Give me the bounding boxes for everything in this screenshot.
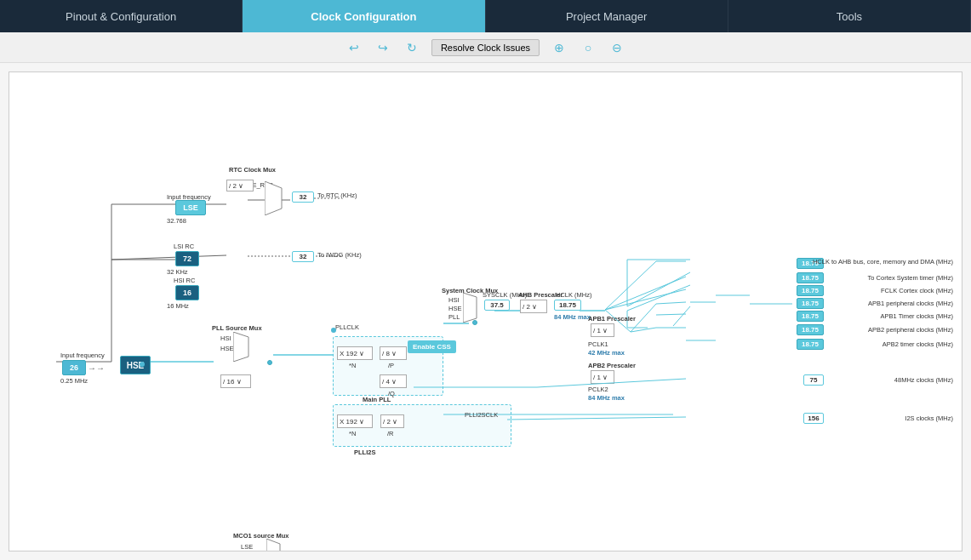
apb2-periph-value: 18.75 <box>797 324 824 335</box>
pll-n-label: *N <box>349 362 356 369</box>
pll-n-select[interactable]: X 192 ∨ <box>337 346 373 360</box>
hclk-value: 18.75 <box>554 300 581 311</box>
to-rtc-value: 32 <box>292 191 314 203</box>
hse-arrow: →→ <box>88 363 105 373</box>
cortex-timer-value: 18.75 <box>797 272 824 283</box>
apb1-prescaler-select[interactable]: / 1 ∨ <box>591 323 614 337</box>
mhz48-label: 48MHz clocks (MHz) <box>894 376 953 384</box>
lse-freq-label: 32.768 <box>167 217 186 225</box>
sys-mux-shape <box>463 293 482 323</box>
svg-line-4 <box>111 255 226 260</box>
apb2-timer-value: 18.75 <box>797 339 824 350</box>
main-area: Input frequency LSE 32.768 72 32 KHz LSI… <box>0 63 971 560</box>
mco1-mux-shape <box>266 539 285 551</box>
pclk2-label: PCLK2 <box>588 386 608 393</box>
pll-source-mux-shape <box>233 332 254 362</box>
zoom-in-button[interactable]: ⊕ <box>550 38 568 57</box>
toolbar: ↩ ↪ ↻ Resolve Clock Issues ⊕ ○ ⊖ <box>0 32 971 63</box>
main-pll-label: Main PLL <box>363 396 391 403</box>
hsi-rc-label: 16 MHz <box>167 302 189 310</box>
refresh-button[interactable]: ↻ <box>403 38 421 57</box>
mco1-div-select[interactable]: / 1 ∨ <box>288 551 312 551</box>
rtc-divider-select[interactable]: / 2 ∨ <box>226 180 254 191</box>
apb2-periph-label: APB2 peripheral clocks (MHz) <box>868 326 953 334</box>
undo-button[interactable]: ↩ <box>345 38 363 57</box>
hclk-mhz-label: HCLK (MHz) <box>556 291 592 299</box>
tab-tools[interactable]: Tools <box>728 0 971 32</box>
apb1-periph-value: 18.75 <box>797 298 824 309</box>
i2s-clk-value: 156 <box>803 413 824 424</box>
hclk-ahb-label: HCLK to AHB bus, core, memory and DMA (M… <box>813 258 953 266</box>
apb1-max-label: 42 MHz max <box>588 349 625 357</box>
plli2s-n-select[interactable]: X 192 ∨ <box>337 414 373 428</box>
enable-css-button[interactable]: Enable CSS <box>408 340 456 353</box>
apb2-max-label: 84 MHz max <box>588 394 625 402</box>
to-rtc-label: To RTC (KHz) <box>317 191 357 199</box>
cortex-timer-label: To Cortex System timer (MHz) <box>868 274 953 282</box>
resolve-clock-issues-button[interactable]: Resolve Clock Issues <box>431 39 540 56</box>
rtc-clock-mux-label: RTC Clock Mux <box>229 166 276 174</box>
svg-marker-28 <box>463 293 477 323</box>
mhz48-value: 75 <box>803 374 824 386</box>
lse-block[interactable]: LSE <box>175 200 206 215</box>
svg-marker-26 <box>265 181 282 215</box>
plli2s-r-label: /R <box>387 430 394 437</box>
tab-pinout[interactable]: Pinout & Configuration <box>0 0 243 32</box>
pll-m-divider[interactable]: / 16 ∨ <box>220 374 251 388</box>
pll-source-mux-label: PLL Source Mux <box>212 324 262 332</box>
hsi-rc-block[interactable]: 16 <box>175 285 199 300</box>
pll-q-label: /Q <box>388 390 395 397</box>
sys-mux-pll: PLL <box>448 313 460 321</box>
svg-line-33 <box>605 289 686 310</box>
clock-diagram-canvas: Input frequency LSE 32.768 72 32 KHz LSI… <box>9 71 962 551</box>
top-navigation: Pinout & Configuration Clock Configurati… <box>0 0 971 32</box>
pll-p-label: /P <box>388 362 394 369</box>
rtc-mux-shape <box>265 181 290 215</box>
mco1-hse: HSE <box>241 551 254 551</box>
input-freq-label-2: Input frequency <box>60 351 105 359</box>
apb1-periph-label: APB1 peripheral clocks (MHz) <box>868 300 953 307</box>
lsi-rc-block[interactable]: 72 <box>175 251 199 266</box>
redo-button[interactable]: ↪ <box>374 38 392 57</box>
lsi-rc-header: LSI RC <box>174 243 194 250</box>
svg-line-38 <box>631 328 656 332</box>
hclk-max-label: 84 MHz max <box>554 313 591 321</box>
svg-marker-27 <box>233 332 248 362</box>
fclk-value: 18.75 <box>797 285 824 296</box>
zoom-out-button[interactable]: ⊖ <box>608 38 626 57</box>
tab-clock[interactable]: Clock Configuration <box>243 0 485 32</box>
sys-mux-hse: HSE <box>448 305 461 312</box>
to-iwdg-value: 32 <box>292 251 314 262</box>
hse-pll-label: HSE <box>220 345 233 352</box>
sysclk-value: 37.5 <box>484 300 510 311</box>
sys-mux-hsi: HSI <box>448 296 460 304</box>
pllclk-label: PLLCLK <box>335 323 359 331</box>
hse-dot <box>140 362 145 367</box>
lsi-rc-label: 32 KHz <box>167 268 188 276</box>
tab-project[interactable]: Project Manager <box>486 0 728 32</box>
hse-input-value[interactable]: 26 <box>62 360 86 375</box>
pll-p-select[interactable]: / 8 ∨ <box>380 346 407 360</box>
reset-zoom-button[interactable]: ○ <box>579 38 597 57</box>
plli2s-n-label: *N <box>349 430 356 437</box>
apb2-prescaler-select[interactable]: / 1 ∨ <box>591 370 614 384</box>
sys-mux-dot[interactable] <box>472 320 477 325</box>
fclk-label: FCLK Cortex clock (MHz) <box>881 287 953 294</box>
pll-q-select[interactable]: / 4 ∨ <box>380 374 407 388</box>
plli2s-r-select[interactable]: / 2 ∨ <box>380 414 404 428</box>
i2s-clk-label: I2S clocks (MHz) <box>905 414 953 422</box>
hsi-rc-header: HSI RC <box>174 277 195 284</box>
ahb-prescaler-select[interactable]: / 2 ∨ <box>520 300 547 313</box>
plli2sclk-label: PLLI2SCLK <box>465 411 498 419</box>
hse-block[interactable]: HSE <box>120 356 151 374</box>
pllclk-dot <box>331 328 336 333</box>
pll-source-dot[interactable] <box>267 360 272 365</box>
hse-input-freq: 0.25 MHz <box>60 377 88 385</box>
svg-marker-29 <box>266 539 280 551</box>
svg-line-43 <box>507 417 686 420</box>
svg-line-20 <box>673 306 690 326</box>
svg-line-30 <box>605 261 656 310</box>
plli2s-label: PLLI2S <box>354 449 375 456</box>
apb1-timer-label: APB1 Timer clocks (MHz) <box>881 312 953 320</box>
hsi-pll-label: HSI <box>220 334 231 342</box>
